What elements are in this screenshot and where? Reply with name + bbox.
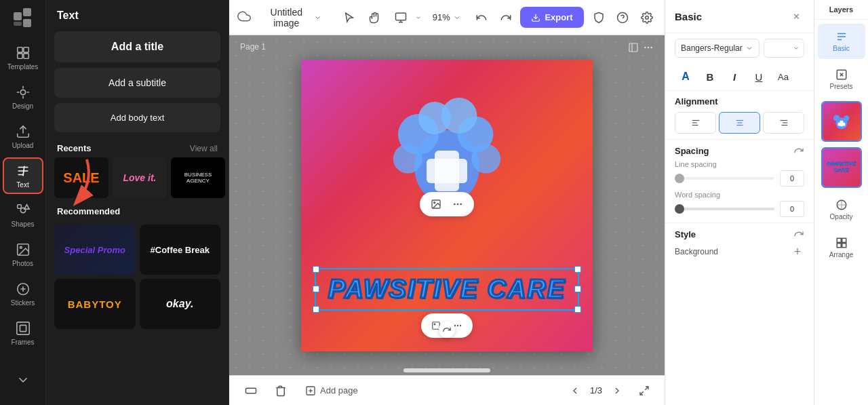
recent-item-business[interactable]: BUSINESS AGENCY xyxy=(171,157,225,198)
doc-name-button[interactable]: Untitled image xyxy=(256,4,327,31)
shield-button[interactable] xyxy=(589,6,608,29)
redo-button[interactable] xyxy=(496,6,515,29)
svg-point-44 xyxy=(460,325,461,326)
style-reset-icon[interactable] xyxy=(793,229,804,239)
svg-point-63 xyxy=(833,115,840,121)
horizontal-scrollbar[interactable] xyxy=(403,368,490,372)
sidebar-label-text: Text xyxy=(16,181,28,189)
add-title-button[interactable]: Add a title xyxy=(54,31,220,62)
right-tab-basic[interactable]: Basic xyxy=(818,24,865,59)
format-underline-button[interactable]: U xyxy=(748,66,770,88)
recents-section-header: Recents View all xyxy=(46,135,229,157)
font-row: Bangers-Regular 19.83 xyxy=(665,33,814,63)
add-page-button[interactable]: Add page xyxy=(300,383,363,399)
spacing-reset-icon[interactable] xyxy=(793,145,804,156)
font-select[interactable]: Bangers-Regular xyxy=(675,39,760,58)
cursor-tool-button[interactable] xyxy=(338,6,361,29)
undo-button[interactable] xyxy=(472,6,491,29)
add-background-button[interactable]: + xyxy=(791,245,804,258)
add-subtitle-button[interactable]: Add a subtitle xyxy=(54,68,220,98)
sidebar-item-design[interactable]: Design xyxy=(3,79,43,115)
handle-mid-right[interactable] xyxy=(574,286,581,292)
font-size-display[interactable]: 19.83 xyxy=(764,39,804,58)
text-element[interactable]: PAWSITIVE CARE xyxy=(315,268,579,311)
page-icons xyxy=(628,42,654,53)
layer-item-paw[interactable] xyxy=(821,101,862,142)
cloud-icon xyxy=(237,9,251,26)
app-logo[interactable] xyxy=(11,5,35,30)
format-color-button[interactable]: A xyxy=(675,66,696,88)
svg-rect-3 xyxy=(14,22,22,26)
recent-item-love[interactable]: Love it. xyxy=(113,157,167,198)
rotate-handle[interactable] xyxy=(439,322,455,338)
svg-point-8 xyxy=(20,90,25,94)
rec-item-okay[interactable]: okay. xyxy=(140,279,221,329)
delete-page-button[interactable] xyxy=(270,380,292,402)
sidebar-item-upload[interactable]: Upload xyxy=(3,118,43,155)
format-bold-button[interactable]: B xyxy=(699,66,721,88)
line-spacing-value: 0 xyxy=(780,170,804,187)
format-case-button[interactable]: Aa xyxy=(772,66,794,88)
right-tab-arrange[interactable]: Arrange xyxy=(818,230,865,265)
layer-item-text[interactable]: PAWSITIVE CARE xyxy=(821,147,862,188)
svg-rect-16 xyxy=(16,322,28,334)
recents-row: SALE Love it. BUSINESS AGENCY xyxy=(46,157,229,198)
sidebar-item-photos[interactable]: Photos xyxy=(3,236,43,273)
alignment-section: Alignment xyxy=(665,90,814,139)
text-panel: Text Add a title Add a subtitle Add body… xyxy=(46,0,229,405)
device-view-button[interactable] xyxy=(389,6,412,29)
canvas-wrapper[interactable]: Page 1 xyxy=(229,35,665,375)
fullscreen-button[interactable] xyxy=(635,381,654,400)
settings-button[interactable] xyxy=(637,6,656,29)
right-tab-presets[interactable]: Presets xyxy=(818,62,865,97)
sidebar-label-frames: Frames xyxy=(12,339,35,346)
hand-tool-button[interactable] xyxy=(363,6,387,29)
format-italic-button[interactable]: I xyxy=(724,66,745,88)
prev-page-button[interactable] xyxy=(566,381,585,400)
layer-thumb-text: PAWSITIVE CARE xyxy=(825,161,858,174)
image-replace-button[interactable] xyxy=(427,195,446,214)
right-icons: Basic Presets PAWSITIVE CARE xyxy=(814,20,868,269)
handle-bottom-right[interactable] xyxy=(574,306,581,313)
align-right-button[interactable] xyxy=(763,112,804,134)
sidebar-item-stickers[interactable]: Stickers xyxy=(3,275,43,312)
rec-item-coffee[interactable]: #Coffee Break xyxy=(140,225,221,275)
word-spacing-slider[interactable] xyxy=(675,208,774,210)
image-more-button[interactable] xyxy=(448,195,467,214)
move-pages-button[interactable] xyxy=(240,380,262,402)
rec-item-babytoy[interactable]: BABYTOY xyxy=(54,279,136,329)
align-left-button[interactable] xyxy=(675,112,716,134)
add-body-button[interactable]: Add body text xyxy=(54,103,220,132)
line-spacing-slider[interactable] xyxy=(675,177,774,180)
help-button[interactable] xyxy=(613,6,632,29)
handle-bottom-left[interactable] xyxy=(313,306,319,313)
sidebar-item-templates[interactable]: Templates xyxy=(3,39,43,76)
svg-rect-4 xyxy=(17,47,22,52)
recent-item-sale[interactable]: SALE xyxy=(54,157,108,198)
rec-item-special-promo[interactable]: Special Promo xyxy=(54,225,136,275)
close-properties-button[interactable]: ✕ xyxy=(788,8,804,24)
page-navigation: 1/3 xyxy=(566,381,627,400)
handle-top-right[interactable] xyxy=(574,266,581,273)
page-label: Page 1 xyxy=(240,42,266,52)
sidebar-item-more[interactable] xyxy=(3,362,43,398)
spacing-section: Spacing Line spacing 0 Word spacing 0 xyxy=(665,139,814,223)
export-button[interactable]: Export xyxy=(520,7,583,28)
sidebar-item-frames[interactable]: Frames xyxy=(3,315,43,351)
align-center-button[interactable] xyxy=(719,112,760,134)
zoom-button[interactable]: 91% xyxy=(427,9,467,25)
right-tab-opacity[interactable]: Opacity xyxy=(818,192,865,227)
sidebar-item-shapes[interactable]: Shapes xyxy=(3,197,43,233)
view-all-link[interactable]: View all xyxy=(190,144,218,153)
sidebar-item-text[interactable]: Text xyxy=(3,157,43,194)
recommended-grid: Special Promo #Coffee Break BABYTOY okay… xyxy=(46,220,229,333)
next-page-button[interactable] xyxy=(608,381,627,400)
svg-rect-68 xyxy=(837,238,841,242)
handle-top-left[interactable] xyxy=(313,266,319,273)
device-dropdown-icon[interactable] xyxy=(415,14,422,21)
background-label: Background xyxy=(675,247,718,256)
prop-title: Basic xyxy=(675,11,702,22)
handle-mid-left[interactable] xyxy=(313,286,319,292)
canvas-text[interactable]: PAWSITIVE CARE xyxy=(321,275,572,304)
canvas[interactable]: PAWSITIVE CARE xyxy=(301,60,593,351)
